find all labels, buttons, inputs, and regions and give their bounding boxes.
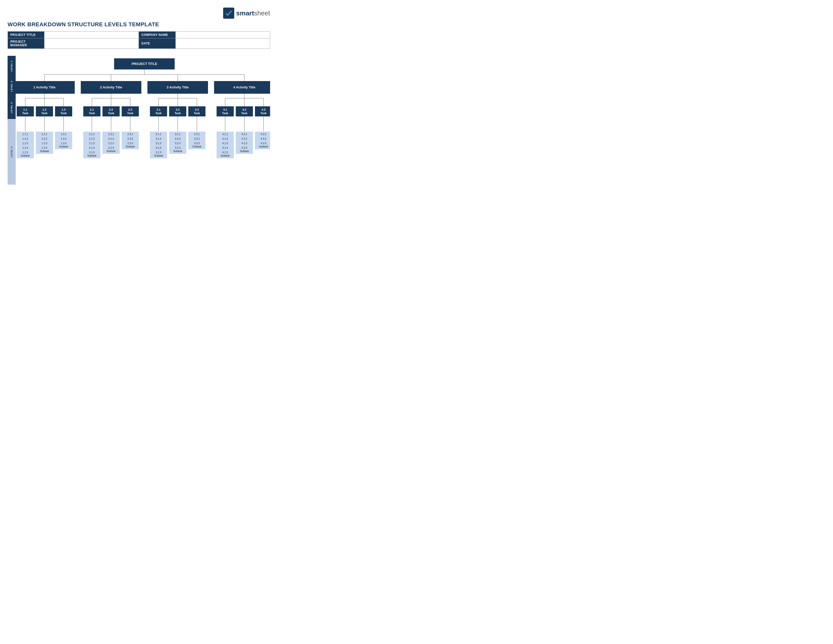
- l3-node-2.2: 2.2 Task: [103, 106, 120, 116]
- l4-node-3.1-4: 3.1.5 Subtask: [150, 150, 167, 158]
- l4-node-2.3-2: 2.3.3 Subtask: [122, 141, 139, 149]
- logo-text: smartsheet: [236, 9, 270, 17]
- logo: smartsheet: [223, 8, 270, 19]
- wbs-diagram: LEVEL 1 LEVEL 2 LEVEL 3 LEVEL 4 PROJECT …: [8, 56, 270, 207]
- l4-node-3.2-3: 3.2.4 Subtask: [169, 145, 186, 154]
- project-title-value[interactable]: [44, 32, 139, 39]
- date-value[interactable]: [175, 39, 270, 49]
- l3-node-1.3: 1.3 Task: [55, 106, 72, 116]
- l3-node-3.3: 3.3 Task: [188, 106, 206, 116]
- l4-node-3.3-2: 3.3.3 Subtask: [188, 141, 206, 149]
- level1-label: LEVEL 1: [8, 56, 16, 76]
- l2-node-3: 3 Activity Title: [148, 81, 208, 94]
- l4-node-2.1-4: 2.1.5 Subtask: [83, 150, 100, 158]
- l4-node-1.1-4: 1.1.5 Subtask: [17, 150, 34, 158]
- l4-node-1.2-3: 1.2.4 Subtask: [36, 145, 53, 154]
- l4-node-1.3-2: 1.3.3 Subtask: [55, 141, 72, 149]
- diagram: PROJECT TITLE1 Activity Title2 Activity …: [16, 56, 270, 207]
- l3-node-2.3: 2.3 Task: [122, 106, 139, 116]
- level2-label: LEVEL 2: [8, 76, 16, 96]
- info-table: PROJECT TITLE COMPANY NAME PROJECT MANAG…: [8, 31, 270, 49]
- l2-node-1: 1 Activity Title: [16, 81, 75, 94]
- l4-node-4.2-3: 4.2.4 Subtask: [236, 145, 253, 154]
- l3-node-3.2: 3.2 Task: [169, 106, 186, 116]
- l2-node-4: 4 Activity Title: [214, 81, 270, 94]
- l3-node-3.1: 3.1 Task: [150, 106, 167, 116]
- company-name-label: COMPANY NAME: [139, 32, 175, 39]
- company-name-value[interactable]: [175, 32, 270, 39]
- l4-node-2.2-3: 2.2.4 Subtask: [103, 145, 120, 154]
- sidebar-levels: LEVEL 1 LEVEL 2 LEVEL 3 LEVEL 4: [8, 56, 16, 207]
- project-manager-label: PROJECT MANAGER: [8, 39, 44, 49]
- l4-node-4.3-2: 4.3.3 Subtask: [255, 141, 270, 149]
- logo-icon: [223, 8, 234, 19]
- page-title: WORK BREAKDOWN STRUCTURE LEVELS TEMPLATE: [8, 21, 270, 28]
- project-title-label: PROJECT TITLE: [8, 32, 44, 39]
- project-manager-value[interactable]: [44, 39, 139, 49]
- l3-node-2.1: 2.1 Task: [83, 106, 100, 116]
- logo-area: smartsheet: [8, 8, 270, 19]
- date-label: DATE: [139, 39, 175, 49]
- l3-node-1.2: 1.2 Task: [36, 106, 53, 116]
- l3-node-4.2: 4.2 Task: [236, 106, 253, 116]
- level3-label: LEVEL 3: [8, 96, 16, 119]
- l3-node-4.3: 4.3 Task: [255, 106, 270, 116]
- l4-node-4.1-4: 4.1.5 Subtask: [217, 150, 234, 158]
- wbs-content: PROJECT TITLE1 Activity Title2 Activity …: [16, 56, 270, 207]
- level4-label: LEVEL 4: [8, 119, 16, 185]
- l1-node: PROJECT TITLE: [114, 58, 175, 69]
- l3-node-1.1: 1.1 Task: [17, 106, 34, 116]
- l2-node-2: 2 Activity Title: [81, 81, 142, 94]
- l3-node-4.1: 4.1 Task: [217, 106, 234, 116]
